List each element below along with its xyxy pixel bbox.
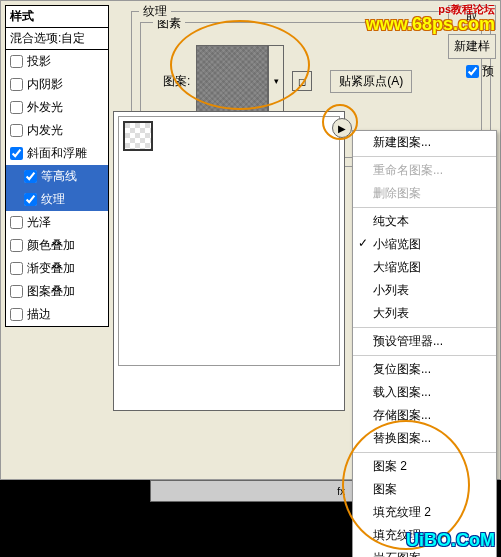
chk-inner-glow[interactable] (10, 124, 23, 137)
chk-stroke[interactable] (10, 308, 23, 321)
menu-large-list[interactable]: 大列表 (353, 302, 496, 325)
menu-save[interactable]: 存储图案... (353, 404, 496, 427)
style-outer-glow[interactable]: 外发光 (6, 96, 108, 119)
menu-replace[interactable]: 替换图案... (353, 427, 496, 450)
watermark-url: www.68ps.com (366, 14, 495, 35)
style-drop-shadow[interactable]: 投影 (6, 50, 108, 73)
menu-preset-mgr[interactable]: 预设管理器... (353, 330, 496, 353)
style-color-overlay[interactable]: 颜色叠加 (6, 234, 108, 257)
pattern-swatch[interactable] (196, 45, 268, 117)
menu-new-pattern[interactable]: 新建图案... (353, 131, 496, 154)
menu-large-thumb[interactable]: 大缩览图 (353, 256, 496, 279)
style-stroke[interactable]: 描边 (6, 303, 108, 326)
style-bevel-emboss[interactable]: 斜面和浮雕 (6, 142, 108, 165)
chk-drop-shadow[interactable] (10, 55, 23, 68)
menu-delete: 删除图案 (353, 182, 496, 205)
pattern-label: 图案: (163, 73, 190, 90)
chk-outer-glow[interactable] (10, 101, 23, 114)
chk-pattern-overlay[interactable] (10, 285, 23, 298)
style-inner-glow[interactable]: 内发光 (6, 119, 108, 142)
chk-texture[interactable] (24, 193, 37, 206)
menu-rename: 重命名图案... (353, 159, 496, 182)
menu-text-only[interactable]: 纯文本 (353, 210, 496, 233)
menu-set-fill2[interactable]: 填充纹理 2 (353, 501, 496, 524)
chk-contour[interactable] (24, 170, 37, 183)
style-pattern-overlay[interactable]: 图案叠加 (6, 280, 108, 303)
pattern-thumb[interactable] (123, 121, 153, 151)
menu-set-pattern[interactable]: 图案 (353, 478, 496, 501)
menu-load[interactable]: 载入图案... (353, 381, 496, 404)
fx-icon[interactable]: fx (337, 486, 345, 497)
style-texture[interactable]: 纹理 (6, 188, 108, 211)
pattern-context-menu: 新建图案... 重命名图案... 删除图案 纯文本 小缩览图 大缩览图 小列表 … (352, 130, 497, 557)
style-inner-shadow[interactable]: 内阴影 (6, 73, 108, 96)
menu-set-pattern2[interactable]: 图案 2 (353, 455, 496, 478)
pattern-dropdown-icon[interactable]: ▾ (268, 45, 284, 117)
styles-header: 样式 (5, 5, 109, 28)
pattern-picker-list[interactable] (118, 116, 340, 366)
style-satin[interactable]: 光泽 (6, 211, 108, 234)
menu-sep (353, 207, 496, 208)
menu-sep (353, 156, 496, 157)
menu-sep (353, 327, 496, 328)
pattern-row: 图案: ▾ ◻ 贴紧原点(A) (149, 45, 473, 117)
pattern-picker-popup: ▶ (113, 111, 345, 411)
snap-origin-button[interactable]: 贴紧原点(A) (330, 70, 412, 93)
chk-color-overlay[interactable] (10, 239, 23, 252)
new-preset-icon[interactable]: ◻ (292, 71, 312, 91)
new-style-button[interactable]: 新建样 (448, 34, 496, 59)
menu-small-list[interactable]: 小列表 (353, 279, 496, 302)
style-list: 投影 内阴影 外发光 内发光 斜面和浮雕 等高线 纹理 光泽 颜色叠加 渐变叠加… (5, 50, 109, 327)
menu-sep (353, 355, 496, 356)
chk-gradient-overlay[interactable] (10, 262, 23, 275)
texture-title: 纹理 (139, 3, 171, 20)
chk-preview[interactable] (466, 65, 479, 78)
chk-bevel[interactable] (10, 147, 23, 160)
chk-satin[interactable] (10, 216, 23, 229)
watermark-bottom: UiBO.CoM (406, 530, 495, 551)
chk-inner-shadow[interactable] (10, 78, 23, 91)
styles-panel: 样式 混合选项:自定 投影 内阴影 外发光 内发光 斜面和浮雕 等高线 纹理 光… (5, 5, 109, 327)
style-gradient-overlay[interactable]: 渐变叠加 (6, 257, 108, 280)
style-contour[interactable]: 等高线 (6, 165, 108, 188)
menu-sep (353, 452, 496, 453)
menu-reset[interactable]: 复位图案... (353, 358, 496, 381)
preview-checkbox-row[interactable]: 预 (448, 63, 496, 80)
menu-small-thumb[interactable]: 小缩览图 (353, 233, 496, 256)
pattern-flyout-icon[interactable]: ▶ (332, 118, 352, 138)
blending-options[interactable]: 混合选项:自定 (5, 28, 109, 50)
